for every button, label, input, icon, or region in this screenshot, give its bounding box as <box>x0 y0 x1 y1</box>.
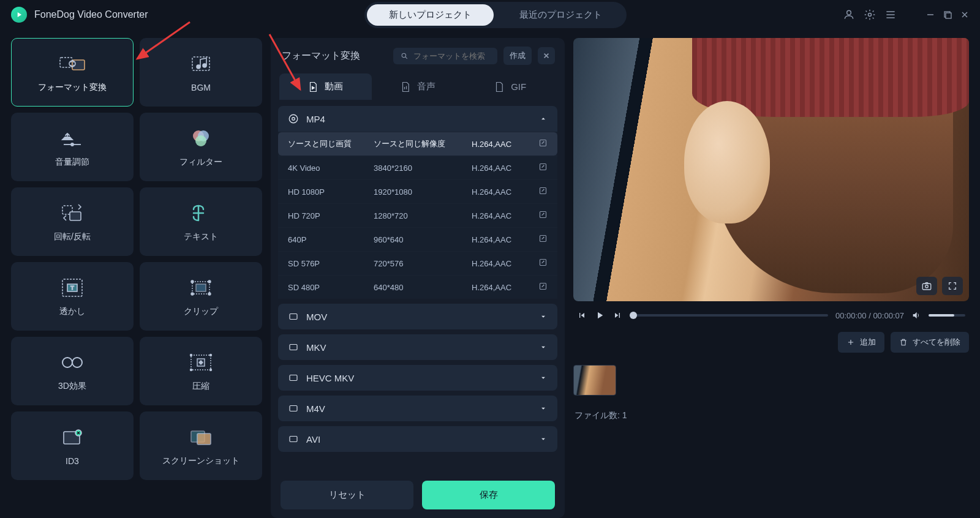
tool-format-convert[interactable]: フォーマット変換 <box>11 38 134 107</box>
tool-label: クリップ <box>184 306 218 317</box>
tab-recent-project[interactable]: 最近のプロジェクト <box>497 4 624 26</box>
format-row[interactable]: HD 720P1280*720H.264,AAC <box>278 203 557 227</box>
settings-icon[interactable] <box>864 9 876 21</box>
search-icon <box>401 51 409 61</box>
playback-bar: 00:00:00 / 00:00:07 <box>573 307 969 323</box>
screenshot-icon <box>186 425 216 449</box>
svg-rect-52 <box>922 283 931 290</box>
format-group-mkv: MKV <box>278 334 557 360</box>
format-row[interactable]: HD 1080P1920*1080H.264,AAC <box>278 179 557 203</box>
bgm-icon <box>186 52 216 77</box>
edit-preset-icon[interactable] <box>538 138 548 149</box>
format-head-mp4[interactable]: MP4 <box>278 106 557 132</box>
account-icon[interactable] <box>843 9 855 21</box>
next-button[interactable] <box>612 310 622 320</box>
svg-point-39 <box>292 118 295 121</box>
edit-preset-icon[interactable] <box>538 282 548 293</box>
tool-rotate-flip[interactable]: 回転/反転 <box>11 187 134 256</box>
tab-new-project[interactable]: 新しいプロジェクト <box>367 4 494 26</box>
format-panel: フォーマット変換 作成 動画 音声 GIF MP4ソースと同じ画質ソースと同じ解… <box>271 38 565 518</box>
edit-preset-icon[interactable] <box>538 258 548 269</box>
tab-audio[interactable]: 音声 <box>372 73 464 100</box>
delete-all-button[interactable]: すべてを削除 <box>891 332 969 353</box>
format-row[interactable]: 640P960*640H.264,AAC <box>278 227 557 251</box>
tool-sidebar: フォーマット変換BGM音量調節フィルター回転/反転テキストT透かしクリップ3D効… <box>11 38 262 518</box>
plus-icon <box>846 338 855 347</box>
format-row[interactable]: ソースと同じ画質ソースと同じ解像度H.264,AAC <box>278 132 557 156</box>
format-row[interactable]: 4K Video3840*2160H.264,AAC <box>278 156 557 179</box>
edit-preset-icon[interactable] <box>538 210 548 221</box>
tool-label: 回転/反転 <box>54 231 91 242</box>
svg-point-53 <box>925 285 929 288</box>
svg-rect-48 <box>290 345 297 350</box>
edit-preset-icon[interactable] <box>538 186 548 197</box>
search-input-wrap[interactable] <box>393 48 497 64</box>
tool-label: BGM <box>191 83 211 92</box>
reset-button[interactable]: リセット <box>281 481 413 509</box>
close-icon[interactable] <box>960 10 969 19</box>
tool-label: ID3 <box>66 456 79 466</box>
file-count: ファイル数: 1 <box>573 405 969 426</box>
format-head[interactable]: AVI <box>278 426 557 452</box>
create-button[interactable]: 作成 <box>503 47 532 65</box>
svg-point-22 <box>208 280 211 283</box>
format-head[interactable]: MOV <box>278 304 557 329</box>
format-row[interactable]: SD 480P640*480H.264,AAC <box>278 275 557 299</box>
tool-compress[interactable]: 圧縮 <box>140 337 262 405</box>
tool-label: テキスト <box>184 231 218 242</box>
volume-slider[interactable] <box>929 314 965 317</box>
gif-file-icon <box>494 81 505 92</box>
format-head[interactable]: MKV <box>278 334 557 360</box>
svg-point-24 <box>208 293 211 295</box>
svg-rect-20 <box>196 284 206 291</box>
svg-point-21 <box>191 280 194 283</box>
compress-icon <box>186 350 216 375</box>
volume-adjust-icon <box>58 126 87 151</box>
tool-bgm[interactable]: BGM <box>140 38 262 107</box>
tool-watermark[interactable]: T透かし <box>11 262 134 331</box>
format-group-m4v: M4V <box>278 396 557 421</box>
save-button[interactable]: 保存 <box>422 481 555 509</box>
tool-label: 音量調節 <box>55 157 89 168</box>
play-button[interactable] <box>594 310 605 321</box>
tool-clip[interactable]: クリップ <box>140 262 262 331</box>
format-head[interactable]: M4V <box>278 396 557 421</box>
panel-close-button[interactable] <box>538 47 555 64</box>
edit-preset-icon[interactable] <box>538 162 548 173</box>
fullscreen-button[interactable] <box>942 277 963 295</box>
menu-icon[interactable] <box>884 9 897 21</box>
add-button[interactable]: 追加 <box>838 332 884 353</box>
tab-gif[interactable]: GIF <box>464 73 556 100</box>
edit-preset-icon[interactable] <box>538 234 548 245</box>
add-label: 追加 <box>860 337 876 348</box>
maximize-icon[interactable] <box>943 10 952 19</box>
format-convert-icon <box>58 51 87 76</box>
thumbnail[interactable] <box>573 365 616 396</box>
volume-icon[interactable] <box>911 310 921 320</box>
format-head[interactable]: HEVC MKV <box>278 365 557 391</box>
svg-rect-36 <box>197 434 211 445</box>
format-list: MP4ソースと同じ画質ソースと同じ解像度H.264,AAC4K Video384… <box>271 100 565 472</box>
tool-screenshot[interactable]: スクリーンショット <box>140 411 262 480</box>
format-row[interactable]: SD 576P720*576H.264,AAC <box>278 251 557 275</box>
seek-bar[interactable] <box>630 314 828 317</box>
svg-point-9 <box>203 64 206 67</box>
svg-point-30 <box>210 355 212 356</box>
tool-3d-effect[interactable]: 3D効果 <box>11 337 134 405</box>
svg-point-37 <box>402 53 405 57</box>
tool-label: フォーマット変換 <box>38 82 107 93</box>
svg-point-1 <box>869 13 872 17</box>
tool-filter[interactable]: フィルター <box>140 113 262 181</box>
tool-volume-adjust[interactable]: 音量調節 <box>11 113 134 181</box>
minimize-icon[interactable] <box>926 10 935 19</box>
prev-button[interactable] <box>577 310 587 320</box>
format-group-hevc-mkv: HEVC MKV <box>278 365 557 391</box>
svg-point-38 <box>289 114 298 123</box>
tool-id3[interactable]: ID3 <box>11 411 134 480</box>
search-input[interactable] <box>413 51 490 61</box>
tool-text[interactable]: テキスト <box>140 187 262 256</box>
snapshot-button[interactable] <box>916 277 937 295</box>
filter-icon <box>186 126 216 151</box>
tab-video[interactable]: 動画 <box>279 73 372 100</box>
svg-point-23 <box>191 293 194 295</box>
